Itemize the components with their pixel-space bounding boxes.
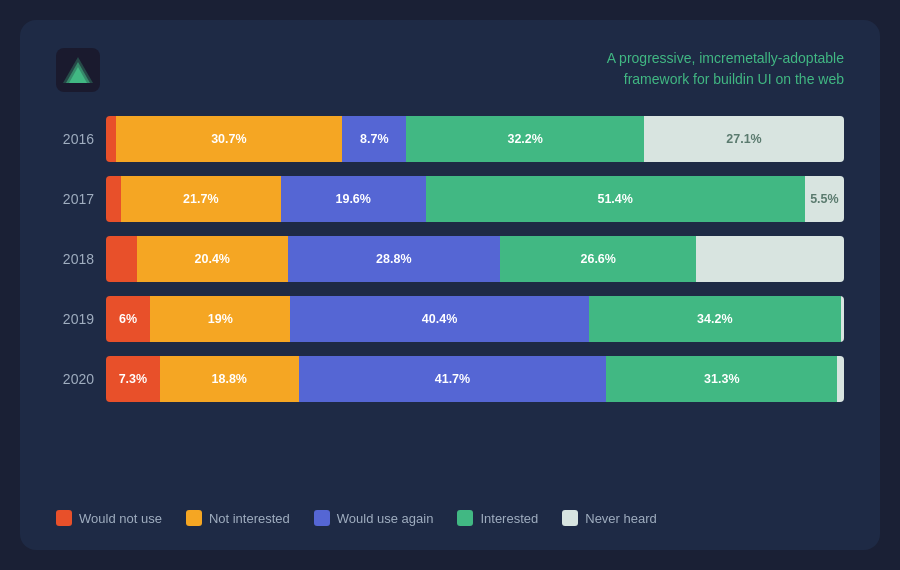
header: A progressive, imcremetally-adoptablefra… [56,48,844,92]
bar-row: 201630.7%8.7%32.2%27.1% [56,116,844,162]
legend-label: Would use again [337,511,434,526]
bar-container: 20.4%28.8%26.6% [106,236,844,282]
chart-area: 201630.7%8.7%32.2%27.1%201721.7%19.6%51.… [56,116,844,486]
vue-logo [56,48,100,92]
bar-segment-red [106,116,116,162]
year-label: 2019 [56,311,94,327]
legend-label: Would not use [79,511,162,526]
legend-item: Would use again [314,510,434,526]
bar-row: 201721.7%19.6%51.4%5.5% [56,176,844,222]
bar-container: 21.7%19.6%51.4%5.5% [106,176,844,222]
bar-segment-blue: 41.7% [299,356,607,402]
legend-dot-orange [186,510,202,526]
bar-segment-light: 5.5% [805,176,844,222]
bar-segment-green: 26.6% [500,236,696,282]
bar-segment-red: 7.3% [106,356,160,402]
bar-segment-light [841,296,844,342]
bar-row: 201820.4%28.8%26.6% [56,236,844,282]
year-label: 2020 [56,371,94,387]
bar-container: 7.3%18.8%41.7%31.3% [106,356,844,402]
bar-segment-orange: 21.7% [121,176,281,222]
bar-segment-green: 51.4% [426,176,805,222]
bar-row: 20207.3%18.8%41.7%31.3% [56,356,844,402]
legend: Would not useNot interestedWould use aga… [56,506,844,526]
bar-container: 30.7%8.7%32.2%27.1% [106,116,844,162]
year-label: 2017 [56,191,94,207]
bar-segment-blue: 40.4% [290,296,588,342]
bar-segment-green: 31.3% [606,356,837,402]
legend-item: Interested [457,510,538,526]
legend-dot-red [56,510,72,526]
bar-segment-light: 27.1% [644,116,844,162]
bar-segment-orange: 18.8% [160,356,299,402]
legend-item: Never heard [562,510,657,526]
chart-card: A progressive, imcremetally-adoptablefra… [20,20,880,550]
year-label: 2016 [56,131,94,147]
bar-segment-orange: 19% [150,296,290,342]
legend-dot-green [457,510,473,526]
subtitle: A progressive, imcremetally-adoptablefra… [607,48,844,90]
legend-dot-blue [314,510,330,526]
bar-container: 6%19%40.4%34.2% [106,296,844,342]
bar-segment-light [696,236,844,282]
bar-segment-red [106,176,121,222]
year-label: 2018 [56,251,94,267]
bar-segment-red: 6% [106,296,150,342]
bar-segment-blue: 19.6% [281,176,426,222]
legend-label: Interested [480,511,538,526]
legend-item: Would not use [56,510,162,526]
logo-area [56,48,112,92]
bar-segment-blue: 8.7% [342,116,406,162]
bar-segment-green: 34.2% [589,296,841,342]
bar-segment-orange: 20.4% [137,236,288,282]
bar-segment-light [837,356,844,402]
legend-dot-light [562,510,578,526]
bar-segment-red [106,236,137,282]
bar-segment-blue: 28.8% [288,236,501,282]
legend-label: Never heard [585,511,657,526]
bar-segment-orange: 30.7% [116,116,343,162]
bar-segment-green: 32.2% [406,116,644,162]
legend-item: Not interested [186,510,290,526]
bar-row: 20196%19%40.4%34.2% [56,296,844,342]
legend-label: Not interested [209,511,290,526]
